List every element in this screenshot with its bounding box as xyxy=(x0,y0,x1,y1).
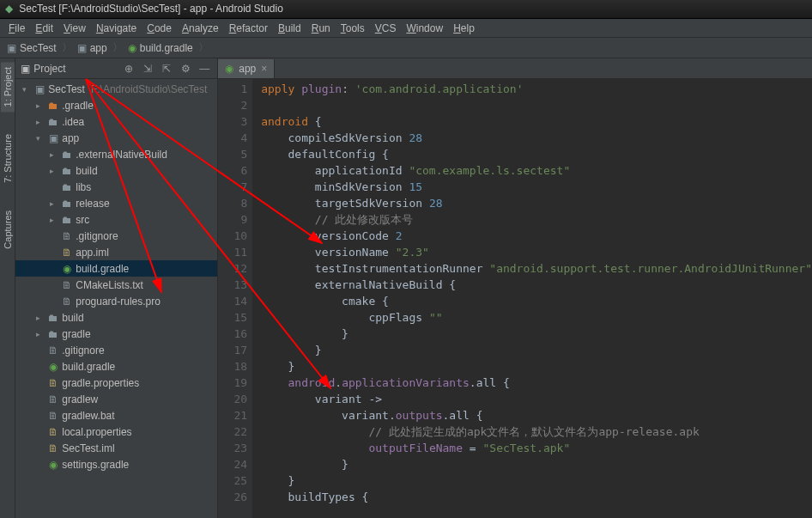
file-y-icon: 🗎 xyxy=(47,442,59,454)
expand-arrow-icon[interactable]: ▸ xyxy=(36,314,45,322)
tree-node[interactable]: ◉settings.gradle xyxy=(15,456,217,472)
tree-node[interactable]: ▸🖿build xyxy=(15,162,217,179)
tree-node[interactable]: 🗎CMakeLists.txt xyxy=(15,277,217,293)
code-line[interactable]: cmake { xyxy=(261,293,812,309)
tool-tab-project[interactable]: 1: Project xyxy=(1,62,15,112)
tree-node[interactable]: 🗎proguard-rules.pro xyxy=(15,293,217,309)
expand-arrow-icon[interactable]: ▸ xyxy=(50,199,58,208)
tree-node[interactable]: ▸🖿build xyxy=(15,309,217,326)
code-line[interactable]: defaultConfig { xyxy=(261,146,812,162)
collapse-all-icon[interactable]: ⇱ xyxy=(159,63,174,75)
code-line[interactable]: testInstrumentationRunner "android.suppo… xyxy=(261,260,812,277)
expand-arrow-icon[interactable]: ▸ xyxy=(50,150,58,159)
code-line[interactable]: } xyxy=(261,326,812,342)
tree-node[interactable]: 🗎gradle.properties xyxy=(15,375,217,391)
code-line[interactable]: } xyxy=(261,472,812,489)
code-line[interactable]: applicationId "com.example.ls.sectest" xyxy=(261,162,812,179)
menu-window[interactable]: Window xyxy=(401,21,448,36)
expand-arrow-icon[interactable]: ▸ xyxy=(36,330,45,338)
code-line[interactable]: outputFileName = "SecTest.apk" xyxy=(261,440,812,456)
tree-node-label: build xyxy=(62,312,83,324)
code-line[interactable]: versionName "2.3" xyxy=(261,244,812,260)
expand-all-icon[interactable]: ⇲ xyxy=(140,63,155,75)
code-line[interactable]: } xyxy=(261,342,812,358)
menu-file[interactable]: File xyxy=(3,21,30,36)
menu-tools[interactable]: Tools xyxy=(336,21,370,36)
gradle-icon: ◉ xyxy=(61,263,73,275)
tool-tab-structure[interactable]: 7: Structure xyxy=(1,129,15,188)
line-number: 6 xyxy=(218,162,247,179)
breadcrumb-item[interactable]: ◉build.gradle xyxy=(124,42,197,54)
code-line[interactable]: externalNativeBuild { xyxy=(261,277,812,293)
code-line[interactable]: versionCode 2 xyxy=(261,228,812,244)
menu-help[interactable]: Help xyxy=(448,21,480,36)
tree-node[interactable]: ◉build.gradle xyxy=(15,260,217,277)
tree-node[interactable]: ▸🖿.idea xyxy=(15,113,217,130)
code-content[interactable]: apply plugin: 'com.android.application'a… xyxy=(252,79,812,518)
tree-node[interactable]: ▸🖿gradle xyxy=(15,326,217,342)
tree-node[interactable]: ▸🖿src xyxy=(15,211,217,228)
code-editor[interactable]: 1234567891011121314151617181920212223242… xyxy=(218,79,812,518)
code-line[interactable]: targetSdkVersion 28 xyxy=(261,195,812,211)
code-line[interactable]: buildTypes { xyxy=(261,489,812,505)
tree-node[interactable]: ◉build.gradle xyxy=(15,358,217,375)
tree-node[interactable]: 🗎app.iml xyxy=(15,244,217,260)
code-line[interactable]: variant.outputs.all { xyxy=(261,407,812,424)
menu-view[interactable]: View xyxy=(58,21,91,36)
tool-tab-captures[interactable]: Captures xyxy=(1,205,15,254)
menu-code[interactable]: Code xyxy=(142,21,177,36)
breadcrumb-item[interactable]: ▣SecTest xyxy=(3,42,60,54)
tree-node[interactable]: ▸🖿release xyxy=(15,195,217,211)
tree-node[interactable]: 🗎.gitignore xyxy=(15,228,217,244)
gradle-icon: ◉ xyxy=(225,63,233,75)
close-icon[interactable]: × xyxy=(261,63,267,75)
expand-arrow-icon[interactable]: ▸ xyxy=(50,167,58,175)
code-line[interactable]: } xyxy=(261,456,812,472)
expand-arrow-icon[interactable]: ▾ xyxy=(36,134,45,143)
project-panel-title[interactable]: Project xyxy=(33,63,118,75)
tree-node[interactable]: 🗎gradlew xyxy=(15,391,217,407)
code-line[interactable]: minSdkVersion 15 xyxy=(261,179,812,195)
code-line[interactable] xyxy=(261,97,812,113)
menu-analyze[interactable]: Analyze xyxy=(177,21,224,36)
code-line[interactable]: cppFlags "" xyxy=(261,309,812,326)
code-line[interactable]: android.applicationVariants.all { xyxy=(261,375,812,391)
breadcrumb-item[interactable]: ▣app xyxy=(74,42,111,54)
code-line[interactable]: compileSdkVersion 28 xyxy=(261,130,812,146)
tree-node[interactable]: 🖿libs xyxy=(15,179,217,195)
tree-node[interactable]: 🗎local.properties xyxy=(15,424,217,440)
editor-tab[interactable]: ◉ app × xyxy=(218,59,275,78)
tree-node[interactable]: 🗎gradlew.bat xyxy=(15,407,217,424)
code-line[interactable]: apply plugin: 'com.android.application' xyxy=(261,81,812,97)
code-line[interactable]: // 此处指定生成的apk文件名，默认文件名为app-release.apk xyxy=(261,424,812,440)
line-number: 8 xyxy=(218,195,247,211)
code-line[interactable]: // 此处修改版本号 xyxy=(261,211,812,228)
code-line[interactable]: android { xyxy=(261,113,812,130)
menu-build[interactable]: Build xyxy=(273,21,306,36)
menu-refactor[interactable]: Refactor xyxy=(224,21,273,36)
tree-node[interactable]: ▾▣SecTestF:\AndroidStudio\SecTest xyxy=(15,81,217,97)
expand-arrow-icon[interactable]: ▸ xyxy=(36,101,45,110)
hide-icon[interactable]: — xyxy=(197,63,212,75)
tree-node[interactable]: ▸🖿.externalNativeBuild xyxy=(15,146,217,162)
code-line[interactable]: variant -> xyxy=(261,391,812,407)
project-tree[interactable]: ▾▣SecTestF:\AndroidStudio\SecTest▸🖿.grad… xyxy=(15,79,217,518)
menu-edit[interactable]: Edit xyxy=(30,21,58,36)
scroll-from-source-icon[interactable]: ⊕ xyxy=(121,63,136,75)
menu-run[interactable]: Run xyxy=(306,21,336,36)
tree-node[interactable]: 🗎.gitignore xyxy=(15,342,217,358)
expand-arrow-icon[interactable]: ▾ xyxy=(22,85,31,94)
tree-node[interactable]: 🗎SecTest.iml xyxy=(15,440,217,456)
gear-icon[interactable]: ⚙ xyxy=(178,63,193,75)
tree-node-label: libs xyxy=(76,181,91,193)
file-icon: 🗎 xyxy=(61,279,73,291)
menu-navigate[interactable]: Navigate xyxy=(91,21,142,36)
tree-node[interactable]: ▸🖿.gradle xyxy=(15,97,217,113)
expand-arrow-icon[interactable]: ▸ xyxy=(50,216,58,224)
code-line[interactable]: } xyxy=(261,358,812,375)
line-number: 22 xyxy=(218,424,247,440)
expand-arrow-icon[interactable]: ▸ xyxy=(36,118,45,126)
tree-node[interactable]: ▾▣app xyxy=(15,130,217,146)
menu-vcs[interactable]: VCS xyxy=(370,21,402,36)
tree-node-label: proguard-rules.pro xyxy=(76,296,161,308)
